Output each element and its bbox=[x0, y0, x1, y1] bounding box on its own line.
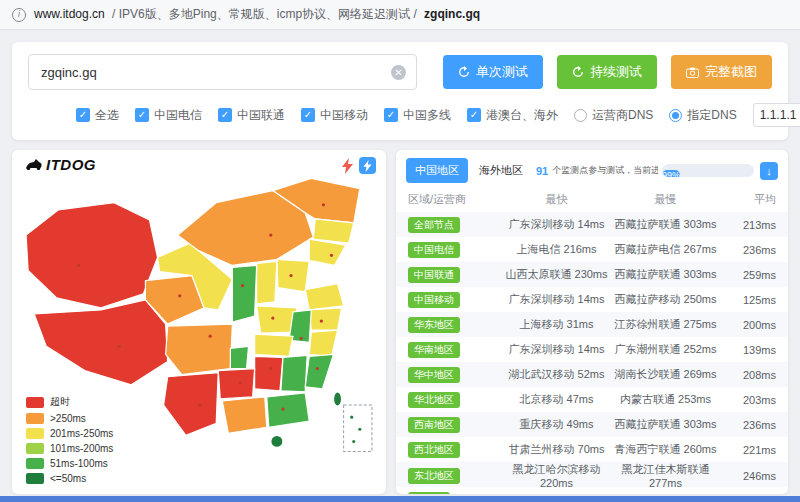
url-host: www.itdog.cn bbox=[34, 7, 105, 21]
table-row: 西南地区重庆移动 49ms西藏拉萨联通 303ms236ms bbox=[396, 412, 788, 437]
region-badge: 中国联通 bbox=[408, 267, 460, 283]
single-test-button[interactable]: 单次测试 bbox=[443, 55, 543, 89]
camera-icon bbox=[686, 67, 699, 78]
region-badge: 全部节点 bbox=[408, 217, 460, 233]
legend-item: 101ms-200ms bbox=[26, 443, 113, 454]
page-url: www.itdog.cn / IPV6版、多地Ping、常规版、icmp协议、网… bbox=[34, 6, 480, 23]
fastest-cell: 广东深圳移动 14ms bbox=[502, 217, 611, 232]
table-row: 全部节点广东深圳移动 14ms西藏拉萨联通 303ms213ms bbox=[396, 212, 788, 237]
map-toolbar bbox=[342, 157, 376, 174]
search-row: ✕ 单次测试 持续测试 完整截图 bbox=[28, 54, 772, 90]
legend-item: <=50ms bbox=[26, 473, 113, 484]
legend-label: 超时 bbox=[50, 395, 70, 409]
full-screenshot-label: 完整截图 bbox=[705, 63, 757, 81]
fastest-cell: 黑龙江哈尔滨移动 220ms bbox=[502, 462, 611, 489]
avg-cell: 236ms bbox=[720, 419, 776, 431]
slowest-cell: 内蒙古联通 253ms bbox=[611, 392, 720, 407]
slowest-cell: 西藏拉萨联通 303ms bbox=[611, 267, 720, 282]
radio-on-icon[interactable] bbox=[669, 109, 682, 122]
search-panel: ✕ 单次测试 持续测试 完整截图 ✓全选✓中国电信✓中国联通✓中国移动✓中国多线… bbox=[12, 42, 788, 140]
browser-address-bar[interactable]: i www.itdog.cn / IPV6版、多地Ping、常规版、icmp协议… bbox=[0, 0, 800, 30]
fastest-cell: 重庆移动 49ms bbox=[502, 417, 611, 432]
checkbox-label: 全选 bbox=[95, 107, 119, 124]
filter-checkbox-4[interactable]: ✓中国多线 bbox=[384, 107, 451, 124]
slowest-cell: 西藏拉萨电信 267ms bbox=[611, 242, 720, 257]
legend-swatch bbox=[26, 397, 44, 408]
legend-item: 超时 bbox=[26, 395, 113, 409]
lightning-icon[interactable] bbox=[342, 158, 353, 174]
fastest-cell: 上海电信 216ms bbox=[502, 242, 611, 257]
progress-fill: 99% bbox=[662, 170, 680, 177]
info-icon[interactable]: i bbox=[12, 8, 26, 22]
checkbox-checked-icon[interactable]: ✓ bbox=[301, 108, 315, 122]
region-badge: 华北地区 bbox=[408, 392, 460, 408]
results-table-header: 区域/运营商 最快 最慢 平均 bbox=[396, 189, 788, 212]
region-badge: 中国移动 bbox=[408, 292, 460, 308]
table-row: 东北地区黑龙江哈尔滨移动 220ms黑龙江佳木斯联通 277ms246ms bbox=[396, 462, 788, 487]
progress-label: 个监测点参与测试，当前进度： bbox=[552, 164, 658, 177]
logo-text: ITDOG bbox=[46, 156, 96, 173]
column-header: 最慢 bbox=[611, 192, 720, 207]
full-screenshot-button[interactable]: 完整截图 bbox=[671, 55, 772, 89]
dog-logo-icon bbox=[24, 158, 42, 172]
legend-label: 51ms-100ms bbox=[50, 458, 108, 469]
clear-icon[interactable]: ✕ bbox=[391, 65, 406, 80]
radio-isp-dns[interactable]: 运营商DNS bbox=[574, 107, 653, 124]
radio-isp-label: 运营商DNS bbox=[592, 107, 653, 124]
avg-cell: 213ms bbox=[720, 219, 776, 231]
radio-off-icon[interactable] bbox=[574, 109, 587, 122]
dns-input[interactable] bbox=[753, 103, 800, 127]
radio-custom-dns[interactable]: 指定DNS bbox=[669, 107, 736, 124]
slowest-cell: 江苏徐州联通 275ms bbox=[611, 317, 720, 332]
region-badge: 东北地区 bbox=[408, 468, 460, 484]
tab-overseas[interactable]: 海外地区 bbox=[472, 158, 530, 183]
loop-icon bbox=[572, 66, 584, 78]
fastest-cell: 湖北武汉移动 52ms bbox=[502, 367, 611, 382]
filter-checkbox-1[interactable]: ✓中国电信 bbox=[135, 107, 202, 124]
table-row: 西北地区甘肃兰州移动 70ms青海西宁联通 260ms221ms bbox=[396, 437, 788, 462]
filter-checkbox-5[interactable]: ✓港澳台、海外 bbox=[467, 107, 558, 124]
region-badge: 华中地区 bbox=[408, 367, 460, 383]
legend-item: >250ms bbox=[26, 413, 113, 424]
legend-swatch bbox=[26, 413, 44, 424]
legend-swatch bbox=[26, 443, 44, 454]
checkbox-checked-icon[interactable]: ✓ bbox=[135, 108, 149, 122]
map-mode-icon[interactable] bbox=[359, 157, 376, 174]
avg-cell: 200ms bbox=[720, 319, 776, 331]
avg-cell: 259ms bbox=[720, 269, 776, 281]
radio-custom-label: 指定DNS bbox=[687, 107, 736, 124]
legend-label: 201ms-250ms bbox=[50, 428, 113, 439]
legend-label: <=50ms bbox=[50, 473, 86, 484]
search-input[interactable] bbox=[39, 64, 385, 81]
legend-swatch bbox=[26, 428, 44, 439]
filter-checkbox-2[interactable]: ✓中国联通 bbox=[218, 107, 285, 124]
url-page: zgqinc.gq bbox=[424, 7, 480, 21]
slowest-cell: 湖南长沙联通 269ms bbox=[611, 367, 720, 382]
filter-checkbox-3[interactable]: ✓中国移动 bbox=[301, 107, 368, 124]
slowest-cell: 西藏拉萨联通 303ms bbox=[611, 217, 720, 232]
url-path: / IPV6版、多地Ping、常规版、icmp协议、网络延迟测试 / bbox=[112, 7, 417, 21]
table-row: 华北地区北京移动 47ms内蒙古联通 253ms203ms bbox=[396, 387, 788, 412]
monitor-count: 91 bbox=[536, 165, 548, 177]
continuous-test-button[interactable]: 持续测试 bbox=[557, 55, 657, 89]
scroll-bottom-icon[interactable]: ↓ bbox=[760, 162, 778, 180]
sea-inset bbox=[344, 405, 372, 452]
filter-checkbox-0[interactable]: ✓全选 bbox=[76, 107, 119, 124]
checkbox-checked-icon[interactable]: ✓ bbox=[218, 108, 232, 122]
tab-china[interactable]: 中国地区 bbox=[406, 158, 468, 183]
legend-label: 101ms-200ms bbox=[50, 443, 113, 454]
table-row: 中国电信上海电信 216ms西藏拉萨电信 267ms236ms bbox=[396, 237, 788, 262]
table-row: 华东地区上海移动 31ms江苏徐州联通 275ms200ms bbox=[396, 312, 788, 337]
table-row: 华中地区湖北武汉移动 52ms湖南长沙联通 269ms208ms bbox=[396, 362, 788, 387]
checkbox-checked-icon[interactable]: ✓ bbox=[76, 108, 90, 122]
checkbox-checked-icon[interactable]: ✓ bbox=[384, 108, 398, 122]
slowest-cell: 广东潮州联通 252ms bbox=[611, 342, 720, 357]
search-input-wrap[interactable]: ✕ bbox=[28, 54, 417, 90]
results-table-body: 全部节点广东深圳移动 14ms西藏拉萨联通 303ms213ms中国电信上海电信… bbox=[396, 212, 788, 494]
legend-swatch bbox=[26, 473, 44, 484]
slowest-cell: 西藏拉萨联通 303ms bbox=[611, 417, 720, 432]
avg-cell: 236ms bbox=[720, 244, 776, 256]
checkbox-checked-icon[interactable]: ✓ bbox=[467, 108, 481, 122]
checkbox-label: 中国联通 bbox=[237, 107, 285, 124]
itdog-logo: ITDOG bbox=[24, 156, 96, 173]
